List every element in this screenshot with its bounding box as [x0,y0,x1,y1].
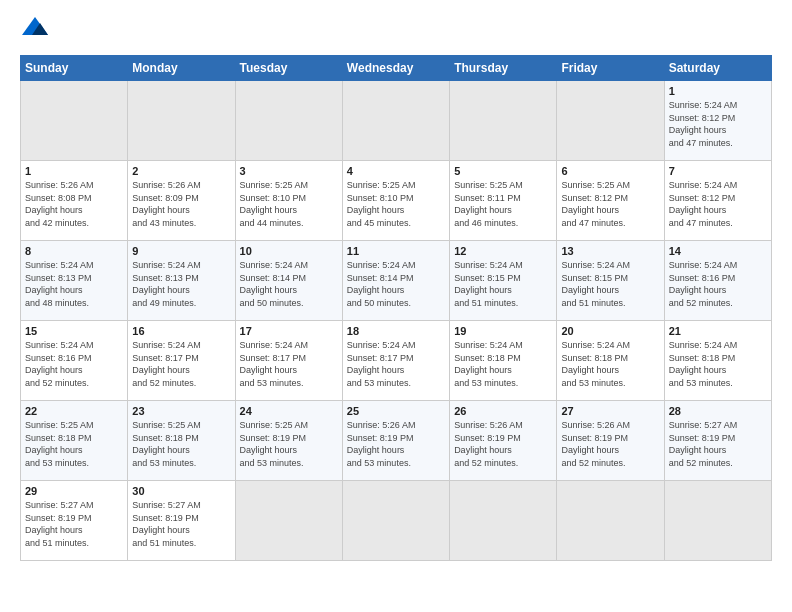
day-cell: 10 Sunrise: 5:24 AM Sunset: 8:14 PM Dayl… [235,241,342,321]
day-info: Sunrise: 5:24 AM Sunset: 8:12 PM Dayligh… [669,99,767,149]
week-row-5: 29 Sunrise: 5:27 AM Sunset: 8:19 PM Dayl… [21,481,772,561]
day-cell: 11 Sunrise: 5:24 AM Sunset: 8:14 PM Dayl… [342,241,449,321]
day-info: Sunrise: 5:24 AM Sunset: 8:17 PM Dayligh… [132,339,230,389]
header [20,15,772,45]
day-cell: 16 Sunrise: 5:24 AM Sunset: 8:17 PM Dayl… [128,321,235,401]
day-number: 30 [132,485,230,497]
day-cell: 28 Sunrise: 5:27 AM Sunset: 8:19 PM Dayl… [664,401,771,481]
day-cell: 6 Sunrise: 5:25 AM Sunset: 8:12 PM Dayli… [557,161,664,241]
day-cell [450,481,557,561]
day-cell: 24 Sunrise: 5:25 AM Sunset: 8:19 PM Dayl… [235,401,342,481]
day-cell: 1 Sunrise: 5:24 AM Sunset: 8:12 PM Dayli… [664,81,771,161]
day-number: 17 [240,325,338,337]
day-cell [557,81,664,161]
day-cell: 3 Sunrise: 5:25 AM Sunset: 8:10 PM Dayli… [235,161,342,241]
day-info: Sunrise: 5:24 AM Sunset: 8:13 PM Dayligh… [25,259,123,309]
weekday-header-tuesday: Tuesday [235,56,342,81]
day-info: Sunrise: 5:25 AM Sunset: 8:12 PM Dayligh… [561,179,659,229]
day-info: Sunrise: 5:25 AM Sunset: 8:19 PM Dayligh… [240,419,338,469]
day-number: 3 [240,165,338,177]
day-cell: 13 Sunrise: 5:24 AM Sunset: 8:15 PM Dayl… [557,241,664,321]
day-cell: 22 Sunrise: 5:25 AM Sunset: 8:18 PM Dayl… [21,401,128,481]
day-info: Sunrise: 5:27 AM Sunset: 8:19 PM Dayligh… [132,499,230,549]
day-cell [342,481,449,561]
day-number: 26 [454,405,552,417]
day-number: 15 [25,325,123,337]
day-number: 20 [561,325,659,337]
weekday-header-wednesday: Wednesday [342,56,449,81]
day-number: 4 [347,165,445,177]
day-number: 8 [25,245,123,257]
day-info: Sunrise: 5:24 AM Sunset: 8:17 PM Dayligh… [347,339,445,389]
day-number: 2 [132,165,230,177]
day-cell: 27 Sunrise: 5:26 AM Sunset: 8:19 PM Dayl… [557,401,664,481]
day-cell: 14 Sunrise: 5:24 AM Sunset: 8:16 PM Dayl… [664,241,771,321]
day-info: Sunrise: 5:24 AM Sunset: 8:15 PM Dayligh… [454,259,552,309]
weekday-header-saturday: Saturday [664,56,771,81]
day-info: Sunrise: 5:25 AM Sunset: 8:11 PM Dayligh… [454,179,552,229]
day-info: Sunrise: 5:24 AM Sunset: 8:16 PM Dayligh… [25,339,123,389]
day-cell: 15 Sunrise: 5:24 AM Sunset: 8:16 PM Dayl… [21,321,128,401]
day-number: 10 [240,245,338,257]
day-cell [557,481,664,561]
day-info: Sunrise: 5:26 AM Sunset: 8:09 PM Dayligh… [132,179,230,229]
day-info: Sunrise: 5:26 AM Sunset: 8:19 PM Dayligh… [561,419,659,469]
day-number: 23 [132,405,230,417]
day-info: Sunrise: 5:25 AM Sunset: 8:18 PM Dayligh… [25,419,123,469]
day-cell: 4 Sunrise: 5:25 AM Sunset: 8:10 PM Dayli… [342,161,449,241]
day-number: 5 [454,165,552,177]
day-number: 16 [132,325,230,337]
day-number: 11 [347,245,445,257]
day-cell: 25 Sunrise: 5:26 AM Sunset: 8:19 PM Dayl… [342,401,449,481]
day-info: Sunrise: 5:26 AM Sunset: 8:08 PM Dayligh… [25,179,123,229]
day-number: 14 [669,245,767,257]
weekday-header-thursday: Thursday [450,56,557,81]
weekday-header-sunday: Sunday [21,56,128,81]
day-cell [235,81,342,161]
day-cell: 21 Sunrise: 5:24 AM Sunset: 8:18 PM Dayl… [664,321,771,401]
day-info: Sunrise: 5:25 AM Sunset: 8:10 PM Dayligh… [240,179,338,229]
day-number: 27 [561,405,659,417]
day-info: Sunrise: 5:25 AM Sunset: 8:18 PM Dayligh… [132,419,230,469]
day-number: 24 [240,405,338,417]
day-number: 1 [669,85,767,97]
day-number: 29 [25,485,123,497]
day-number: 6 [561,165,659,177]
day-cell: 9 Sunrise: 5:24 AM Sunset: 8:13 PM Dayli… [128,241,235,321]
week-row-4: 22 Sunrise: 5:25 AM Sunset: 8:18 PM Dayl… [21,401,772,481]
logo-icon [20,15,50,45]
day-cell: 20 Sunrise: 5:24 AM Sunset: 8:18 PM Dayl… [557,321,664,401]
logo [20,15,54,45]
day-cell [21,81,128,161]
day-number: 19 [454,325,552,337]
page: SundayMondayTuesdayWednesdayThursdayFrid… [0,0,792,612]
day-info: Sunrise: 5:24 AM Sunset: 8:13 PM Dayligh… [132,259,230,309]
day-info: Sunrise: 5:26 AM Sunset: 8:19 PM Dayligh… [454,419,552,469]
day-number: 9 [132,245,230,257]
day-cell: 26 Sunrise: 5:26 AM Sunset: 8:19 PM Dayl… [450,401,557,481]
day-number: 22 [25,405,123,417]
week-row-1: 1 Sunrise: 5:26 AM Sunset: 8:08 PM Dayli… [21,161,772,241]
weekday-header-row: SundayMondayTuesdayWednesdayThursdayFrid… [21,56,772,81]
day-cell: 30 Sunrise: 5:27 AM Sunset: 8:19 PM Dayl… [128,481,235,561]
calendar-table: SundayMondayTuesdayWednesdayThursdayFrid… [20,55,772,561]
day-cell: 8 Sunrise: 5:24 AM Sunset: 8:13 PM Dayli… [21,241,128,321]
day-info: Sunrise: 5:24 AM Sunset: 8:18 PM Dayligh… [561,339,659,389]
day-cell: 1 Sunrise: 5:26 AM Sunset: 8:08 PM Dayli… [21,161,128,241]
day-number: 18 [347,325,445,337]
day-number: 12 [454,245,552,257]
day-cell: 29 Sunrise: 5:27 AM Sunset: 8:19 PM Dayl… [21,481,128,561]
day-cell: 23 Sunrise: 5:25 AM Sunset: 8:18 PM Dayl… [128,401,235,481]
day-cell: 17 Sunrise: 5:24 AM Sunset: 8:17 PM Dayl… [235,321,342,401]
day-number: 1 [25,165,123,177]
day-cell: 12 Sunrise: 5:24 AM Sunset: 8:15 PM Dayl… [450,241,557,321]
day-cell [235,481,342,561]
day-cell: 2 Sunrise: 5:26 AM Sunset: 8:09 PM Dayli… [128,161,235,241]
day-info: Sunrise: 5:24 AM Sunset: 8:14 PM Dayligh… [347,259,445,309]
day-info: Sunrise: 5:24 AM Sunset: 8:17 PM Dayligh… [240,339,338,389]
day-info: Sunrise: 5:24 AM Sunset: 8:18 PM Dayligh… [454,339,552,389]
day-cell: 18 Sunrise: 5:24 AM Sunset: 8:17 PM Dayl… [342,321,449,401]
day-cell [450,81,557,161]
day-cell [128,81,235,161]
day-info: Sunrise: 5:25 AM Sunset: 8:10 PM Dayligh… [347,179,445,229]
